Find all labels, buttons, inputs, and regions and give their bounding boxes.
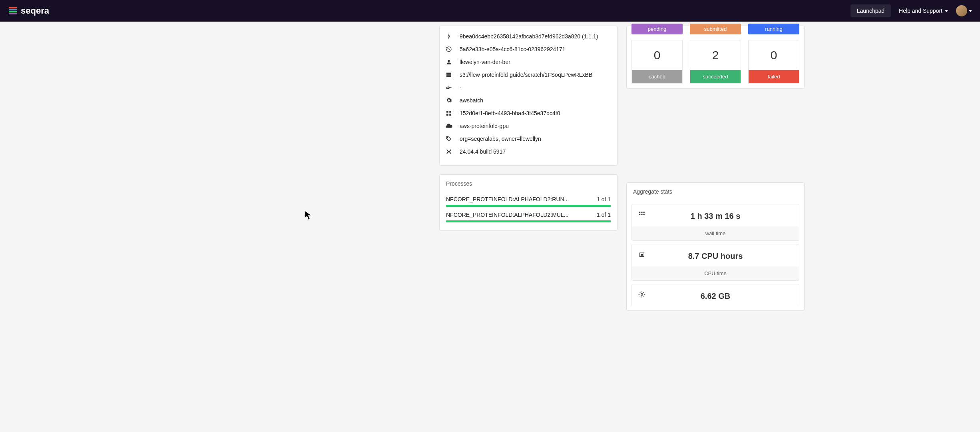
svg-rect-22: [639, 212, 640, 213]
grid-icon: [445, 110, 452, 117]
help-support-label: Help and Support: [899, 8, 942, 14]
detail-workdir: s3://llew-proteinfold-guide/scratch/1FSo…: [445, 68, 612, 81]
storage-icon: [445, 71, 452, 78]
svg-rect-29: [641, 254, 643, 255]
process-progress-bar: [446, 205, 611, 207]
status-label: cached: [632, 70, 682, 83]
detail-compute-env-id: 152d0ef1-8efb-4493-bba4-3f45e37dc4f0: [445, 107, 612, 120]
aggregate-stats-card: Aggregate stats 1 h 33 m 16 s wall time …: [626, 182, 805, 311]
detail-commit: 9bea0dc4ebb26358142afbcab3d7efd962d3a820…: [445, 30, 612, 43]
svg-rect-10: [446, 73, 451, 74]
detail-value: org=seqeralabs, owner=llewellyn: [460, 136, 541, 142]
process-name: NFCORE_PROTEINFOLD:ALPHAFOLD2:RUN...: [446, 196, 569, 202]
detail-value: aws-proteinfold-gpu: [460, 123, 509, 129]
memory-gear-icon: [638, 291, 645, 298]
detail-session: 5a62e33b-e05a-4cc6-81cc-023962924171: [445, 43, 612, 56]
status-count: 2: [690, 40, 741, 70]
svg-rect-0: [9, 7, 17, 8]
stat-value: 8.7 CPU hours: [632, 244, 799, 266]
cpu-icon: [638, 251, 645, 258]
detail-labels: org=seqeralabs, owner=llewellyn: [445, 132, 612, 145]
svg-rect-14: [448, 87, 448, 88]
svg-rect-24: [643, 212, 645, 213]
detail-value: 152d0ef1-8efb-4493-bba4-3f45e37dc4f0: [460, 110, 560, 116]
nextflow-icon: [445, 148, 452, 155]
aggregate-title: Aggregate stats: [627, 183, 804, 201]
detail-value: 9bea0dc4ebb26358142afbcab3d7efd962d3a820…: [460, 33, 598, 40]
status-card: pending submitted running 0 cached 2 suc…: [626, 26, 805, 89]
processes-card: Processes NFCORE_PROTEINFOLD:ALPHAFOLD2:…: [439, 174, 617, 231]
chevron-down-icon: [945, 10, 948, 12]
svg-rect-19: [446, 114, 448, 116]
topbar-right: Launchpad Help and Support: [851, 4, 972, 17]
tag-icon: [445, 135, 452, 142]
process-count: 1 of 1: [597, 212, 611, 218]
svg-rect-20: [449, 114, 451, 116]
brand-name: seqera: [21, 6, 49, 16]
detail-value: 24.04.4 build 5917: [460, 148, 506, 155]
svg-rect-17: [446, 111, 448, 113]
stat-memory: 6.62 GB: [631, 284, 799, 306]
avatar: [956, 5, 967, 16]
history-icon: [445, 46, 452, 53]
status-pending-pill: pending: [631, 24, 683, 34]
detail-value: 5a62e33b-e05a-4cc6-81cc-023962924171: [460, 46, 566, 52]
stat-value: 6.62 GB: [632, 284, 799, 306]
cloud-icon: [445, 122, 452, 130]
stat-label: CPU time: [632, 266, 799, 280]
stat-cpu-time: 8.7 CPU hours CPU time: [631, 244, 799, 281]
user-menu[interactable]: [956, 5, 972, 16]
user-icon: [445, 58, 452, 66]
status-running-pill: running: [748, 24, 799, 34]
status-cached-cell: 0 cached: [631, 40, 683, 84]
status-succeeded-cell: 2 succeeded: [690, 40, 741, 84]
status-failed-cell: 0 failed: [748, 40, 799, 84]
brand-logo-icon: [8, 6, 18, 16]
status-count: 0: [632, 40, 682, 70]
svg-rect-2: [9, 11, 17, 12]
topbar: seqera Launchpad Help and Support: [0, 0, 980, 22]
detail-nextflow: 24.04.4 build 5917: [445, 145, 612, 158]
status-label: failed: [749, 70, 799, 83]
svg-line-8: [449, 49, 450, 50]
svg-point-21: [447, 137, 448, 138]
commit-icon: [445, 33, 452, 40]
detail-container: -: [445, 81, 612, 94]
stat-value: 1 h 33 m 16 s: [632, 204, 799, 226]
status-label: succeeded: [690, 70, 741, 83]
launchpad-button[interactable]: Launchpad: [851, 4, 891, 17]
svg-rect-12: [446, 76, 451, 77]
process-count: 1 of 1: [597, 196, 611, 202]
processes-title: Processes: [440, 175, 617, 193]
detail-executor: awsbatch: [445, 94, 612, 107]
process-row[interactable]: NFCORE_PROTEINFOLD:ALPHAFOLD2:RUN... 1 o…: [440, 193, 617, 208]
svg-rect-3: [9, 13, 17, 14]
detail-value: awsbatch: [460, 97, 483, 104]
svg-rect-26: [641, 214, 643, 215]
svg-rect-1: [9, 9, 17, 10]
chevron-down-icon: [969, 10, 972, 12]
svg-rect-25: [639, 214, 640, 215]
svg-point-4: [448, 36, 450, 37]
brand-logo[interactable]: seqera: [8, 6, 49, 16]
detail-value: llewelyn-van-der-ber: [460, 59, 510, 65]
process-name: NFCORE_PROTEINFOLD:ALPHAFOLD2:MUL...: [446, 212, 569, 218]
run-details-card: 9bea0dc4ebb26358142afbcab3d7efd962d3a820…: [439, 26, 617, 166]
svg-rect-13: [446, 87, 447, 88]
svg-rect-23: [641, 212, 643, 213]
detail-value: -: [460, 84, 462, 91]
status-count: 0: [749, 40, 799, 70]
docker-icon: [445, 84, 452, 91]
status-submitted-pill: submitted: [690, 24, 741, 34]
process-row[interactable]: NFCORE_PROTEINFOLD:ALPHAFOLD2:MUL... 1 o…: [440, 208, 617, 224]
svg-rect-11: [446, 74, 451, 76]
svg-rect-18: [449, 111, 451, 113]
process-progress-bar: [446, 220, 611, 222]
detail-compute-env-name: aws-proteinfold-gpu: [445, 120, 612, 132]
detail-user: llewelyn-van-der-ber: [445, 56, 612, 68]
svg-rect-27: [643, 214, 645, 215]
gear-icon: [445, 97, 452, 104]
svg-rect-15: [449, 87, 450, 88]
help-support-menu[interactable]: Help and Support: [899, 8, 948, 14]
svg-point-30: [641, 294, 643, 296]
